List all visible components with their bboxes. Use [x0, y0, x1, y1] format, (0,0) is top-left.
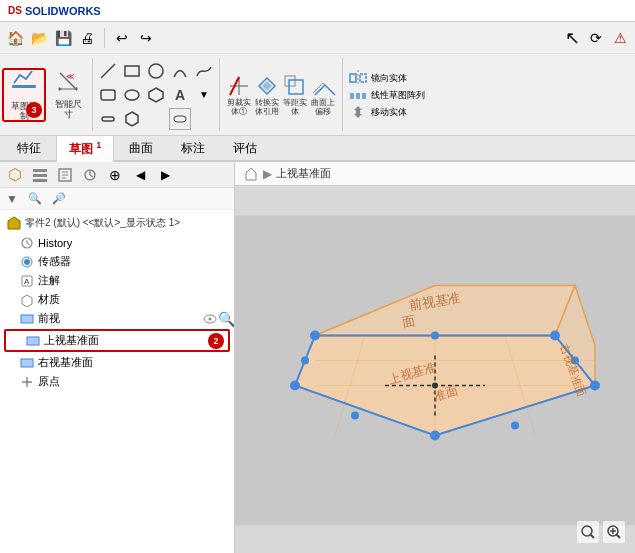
polygon-tool[interactable] [145, 84, 167, 106]
view-label-bar: ▶ 上视基准面 [235, 162, 635, 186]
filter-bar: ▼ 🔍 🔎 [0, 188, 234, 210]
rect-tool[interactable] [121, 60, 143, 82]
svg-point-48 [209, 317, 212, 320]
spline-tool[interactable] [193, 60, 215, 82]
svg-point-72 [511, 422, 519, 430]
feature-tree-panel: ⬡ [0, 162, 235, 553]
config-manager-icon[interactable] [79, 164, 101, 186]
svg-marker-45 [22, 295, 32, 307]
feature-tree: 零件2 (默认) <<默认>_显示状态 1> History 传感器 [0, 210, 234, 553]
ellipse-tool[interactable] [121, 84, 143, 106]
nav-arrow-right[interactable]: ▶ [154, 164, 176, 186]
arc-tool[interactable] [169, 60, 191, 82]
more-tool[interactable]: ▼ [193, 84, 215, 106]
open-icon[interactable]: 📂 [28, 27, 50, 49]
filter-zoom-icon[interactable]: 🔎 [48, 188, 70, 210]
main-content: ⬡ [0, 162, 635, 553]
svg-point-8 [149, 64, 163, 78]
svg-marker-11 [149, 88, 163, 102]
home-icon[interactable]: 🏠 [4, 27, 26, 49]
zoom-to-fit-icon[interactable] [577, 521, 599, 543]
tab-surface[interactable]: 曲面 [116, 135, 166, 161]
redo-icon[interactable]: ↪ [135, 27, 157, 49]
linear-pattern-button[interactable]: 线性草图阵列 [349, 89, 425, 102]
part-icon[interactable]: ⬡ [4, 164, 26, 186]
tree-item-front-wrapper: 前视 🔍 [0, 309, 234, 328]
filter-icon: ▼ [6, 192, 18, 206]
tree-item-sensor[interactable]: 传感器 [0, 252, 234, 271]
sketch-draw-icon [10, 67, 38, 100]
slot-tool[interactable] [97, 108, 119, 130]
quick-access-toolbar: 🏠 📂 💾 🖨 ↩ ↪ ↖ ⟳ ⚠ [0, 22, 635, 54]
tree-item-annotation[interactable]: A 注解 [0, 271, 234, 290]
smart-dim-button[interactable]: ≪ 智能尺 寸 [46, 68, 90, 122]
zoom-in-icon[interactable] [603, 521, 625, 543]
front-search-icon[interactable]: 🔍 [218, 311, 234, 327]
origin-icon [20, 375, 34, 389]
convert-entity-button[interactable]: 转换实体引用 [254, 73, 280, 117]
tab-feature[interactable]: 特征 [4, 135, 54, 161]
sketch-draw-button[interactable]: 草图绘 制 3 [2, 68, 46, 122]
move-label: 移动实体 [371, 106, 407, 119]
dim-xpert-icon[interactable]: ⊕ [104, 164, 126, 186]
slot2-tool[interactable] [169, 108, 191, 130]
tree-item-front[interactable]: 前视 [0, 309, 202, 328]
offset-entity-button[interactable]: 等距实体 [282, 73, 308, 117]
3d-scene[interactable]: 前视基准 面 右视基准面 上视基准 准面 [235, 188, 635, 553]
tab-sketch[interactable]: 草图 1 [56, 135, 114, 164]
top-plane-badge: 2 [208, 333, 224, 349]
front-view-icon[interactable] [202, 311, 218, 327]
trim-entity-button[interactable]: 剪裁实体① [226, 73, 252, 117]
svg-marker-13 [126, 112, 138, 126]
property-manager-icon[interactable] [54, 164, 76, 186]
save-icon[interactable]: 💾 [52, 27, 74, 49]
rotate-icon[interactable]: ⟳ [585, 27, 607, 49]
text-tool[interactable]: A [169, 84, 191, 106]
history-icon [20, 236, 34, 250]
svg-line-40 [27, 243, 30, 245]
svg-rect-21 [350, 74, 356, 82]
tree-item-origin[interactable]: 原点 [0, 372, 234, 391]
undo-icon[interactable]: ↩ [111, 27, 133, 49]
feature-manager-icon[interactable] [29, 164, 51, 186]
svg-point-68 [430, 431, 440, 441]
offset-label: 等距实体 [283, 99, 307, 117]
front-label: 前视 [38, 311, 60, 326]
tree-item-material[interactable]: 材质 [0, 290, 234, 309]
sketch-tab-badge: 1 [96, 140, 101, 150]
component-icon [6, 215, 22, 231]
component-header: 零件2 (默认) <<默认>_显示状态 1> [0, 212, 234, 234]
filter-type-icon[interactable]: 🔍 [24, 188, 46, 210]
sensor-icon [20, 255, 34, 269]
hexagon-tool[interactable] [121, 108, 143, 130]
surface-offset-button[interactable]: 曲面上偏移 [310, 73, 336, 117]
svg-marker-4 [59, 87, 62, 91]
print-icon[interactable]: 🖨 [76, 27, 98, 49]
move-entity-button[interactable]: 移动实体 [349, 105, 425, 119]
tab-evaluate[interactable]: 评估 [220, 135, 270, 161]
tree-item-top-plane[interactable]: 上视基准面 [6, 331, 208, 350]
svg-marker-26 [354, 106, 362, 118]
svg-point-65 [310, 331, 320, 341]
nav-arrow-left[interactable]: ◀ [129, 164, 151, 186]
circle-tool[interactable] [145, 60, 167, 82]
view-home-icon[interactable] [243, 166, 259, 182]
svg-point-53 [26, 380, 29, 383]
tree-item-top-plane-wrapper: 上视基准面 2 [4, 329, 230, 352]
annotation-label: 注解 [38, 273, 60, 288]
warning-icon[interactable]: ⚠ [609, 27, 631, 49]
right-plane-label: 右视基准面 [38, 355, 93, 370]
svg-rect-28 [33, 174, 47, 177]
tree-item-history[interactable]: History [0, 234, 234, 252]
3d-viewport[interactable]: ▶ 上视基准面 [235, 162, 635, 553]
tree-item-right-plane[interactable]: 右视基准面 [0, 353, 234, 372]
svg-rect-50 [21, 359, 33, 367]
svg-point-69 [290, 381, 300, 391]
tab-markup[interactable]: 标注 [168, 135, 218, 161]
titlebar: DS SOLIDWORKS [0, 0, 635, 22]
mirror-label: 镜向实体 [371, 72, 407, 85]
mirror-entity-button[interactable]: 镜向实体 [349, 70, 425, 86]
corner-rect-tool[interactable] [97, 84, 119, 106]
line-tool[interactable] [97, 60, 119, 82]
cursor-icon[interactable]: ↖ [561, 27, 583, 49]
